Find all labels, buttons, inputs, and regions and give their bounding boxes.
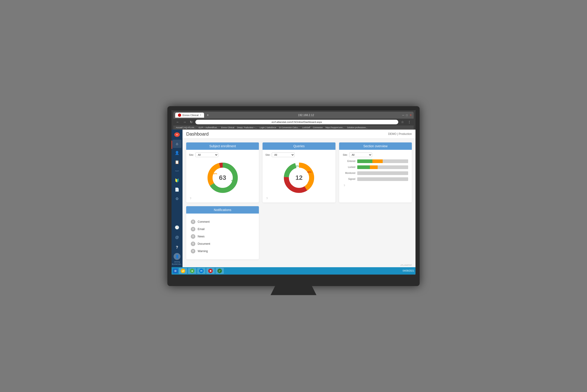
sidebar-item-files[interactable]: 📄 <box>173 186 181 194</box>
taskbar-explorer[interactable]: 📁 <box>179 268 187 274</box>
taskbar-outlook[interactable]: ✉ <box>197 268 205 274</box>
taskbar-green-icon: ✓ <box>217 268 222 273</box>
bookmark-connexion[interactable]: Connexion <box>312 126 324 129</box>
forward-button[interactable]: → <box>182 120 187 124</box>
windows-taskbar: ⊞ 📁 ● ✉ ■ ✓ 04/08/2021 <box>171 267 416 274</box>
section-label-signed: Signed <box>343 178 355 180</box>
menu-button[interactable]: ⋮ <box>407 120 412 124</box>
bookmark-si[interactable]: SI Conversion Calcu... <box>278 126 300 129</box>
close-button[interactable]: ✕ <box>410 114 412 117</box>
notification-item-comment[interactable]: 0 Comment <box>189 218 256 226</box>
window-ip: 192.168.2.12 <box>212 114 400 117</box>
restore-button[interactable]: □ <box>406 114 408 117</box>
section-row-entered: Entered <box>343 160 408 163</box>
taskbar-green-app[interactable]: ✓ <box>216 268 224 274</box>
section-site-select[interactable]: All <box>349 152 372 157</box>
taskbar-start-button[interactable]: ⊞ <box>173 268 178 273</box>
bookmark-lockself[interactable]: LockSelf <box>302 126 311 129</box>
browser-chrome: Ennov Clinical × + 192.168.2.12 ─ □ ✕ ← … <box>171 110 416 130</box>
sidebar: e ⌂ 👤 📋 〰 🔰 📄 ⚙ 🕐 @ ? 👤 Jeremy BLANCHA..… <box>171 130 182 267</box>
bookmark-deepl[interactable]: DeepL Traducteur –... <box>236 126 258 129</box>
bookmark-button[interactable]: ☆ <box>400 120 405 124</box>
page-header: Dashboard DEMO | Production <box>182 130 416 139</box>
minimize-button[interactable]: ─ <box>402 114 404 117</box>
queries-site-selector: Site: All <box>265 152 332 157</box>
tab-label: Ennov Clinical <box>182 114 199 116</box>
footer-brand: ATLANSTAT <box>400 264 412 266</box>
section-overview-card: Section overview Site: All Entered <box>339 142 412 202</box>
section-row-signed: Signed <box>343 177 408 181</box>
notification-label-document: Document <box>198 242 210 246</box>
svg-text:30%: 30% <box>213 172 217 175</box>
new-tab-button[interactable]: + <box>206 113 210 117</box>
section-site-label: Site: <box>343 154 348 156</box>
section-bar-entered-orange <box>372 160 383 163</box>
notification-item-document[interactable]: 0 Document <box>189 240 256 248</box>
logo-icon: e <box>174 132 180 137</box>
section-bar-entered-green <box>357 160 373 163</box>
section-bar-monitored <box>357 171 408 175</box>
sidebar-item-shield[interactable]: 🔰 <box>173 176 181 185</box>
subject-site-select[interactable]: All <box>195 152 218 157</box>
monitor-stand <box>271 286 316 295</box>
notifications-header: Notifications <box>186 206 259 214</box>
taskbar-clock: 04/08/2021 <box>403 270 414 272</box>
notification-item-news[interactable]: 0 News <box>189 233 256 240</box>
notification-list: 0 Comment 0 Email 0 News <box>189 216 256 257</box>
section-help-icon[interactable]: ? <box>343 183 408 187</box>
back-button[interactable]: ← <box>175 120 180 124</box>
notification-badge-warning: 0 <box>191 249 195 254</box>
taskbar-chrome[interactable]: ● <box>188 268 196 274</box>
sidebar-item-analytics[interactable]: 〰 <box>173 167 181 176</box>
sidebar-item-home[interactable]: ⌂ <box>173 140 181 148</box>
notification-badge-email: 0 <box>191 227 195 232</box>
sidebar-item-history[interactable]: 🕐 <box>173 223 181 232</box>
subject-enrollment-chart: 66% 30% 63 <box>189 160 256 196</box>
user-avatar[interactable]: 👤 <box>174 253 180 260</box>
notification-item-warning[interactable]: 0 Warning <box>189 248 256 255</box>
queries-help-icon[interactable]: ? <box>265 196 332 200</box>
bookmark-glpi[interactable]: GLPI – Authentificat... <box>198 126 219 129</box>
reload-button[interactable]: ↻ <box>189 120 193 124</box>
bookmark-solution[interactable]: Solution professionn... <box>346 126 368 129</box>
browser-tab[interactable]: Ennov Clinical × <box>175 112 204 118</box>
section-label-entered: Entered <box>343 160 355 162</box>
subject-enrollment-card: Subject enrollment Site: All <box>186 142 259 202</box>
section-label-monitored: Monitored <box>343 172 355 174</box>
taskbar-red-app[interactable]: ■ <box>206 268 215 274</box>
sidebar-item-users[interactable]: 👤 <box>173 149 181 157</box>
bookmark-salesforce[interactable]: Login | Salesforce <box>259 126 277 129</box>
sidebar-username: Jeremy BLANCHA... <box>171 261 182 265</box>
sidebar-item-help[interactable]: ? <box>173 243 181 252</box>
subject-enrollment-header: Subject enrollment <box>186 142 259 150</box>
browser-address-bar: ← → ↻ ☆ ⋮ <box>173 118 414 126</box>
section-overview-body: Site: All Entered <box>339 150 412 190</box>
subject-center-value: 63 <box>219 174 226 182</box>
queries-site-select[interactable]: All <box>272 152 295 157</box>
section-site-selector: Site: All <box>343 152 408 157</box>
section-bar-entered-gray <box>383 160 408 163</box>
app-container: e ⌂ 👤 📋 〰 🔰 📄 ⚙ 🕐 @ ? 👤 Jeremy BLANCHA..… <box>171 130 416 267</box>
bookmark-accueil[interactable]: Accueil | AQ ATLAN... <box>175 126 196 129</box>
app-footer: ATLANSTAT <box>182 263 416 267</box>
tab-favicon <box>178 114 181 117</box>
subject-help-icon[interactable]: ? <box>189 196 256 200</box>
tab-close-button[interactable]: × <box>200 114 201 116</box>
taskbar-red-icon: ■ <box>208 268 213 273</box>
bookmark-ennov[interactable]: Ennov Clinical <box>221 126 235 129</box>
sidebar-item-mention[interactable]: @ <box>173 233 181 242</box>
notification-label-email: Email <box>198 228 204 231</box>
section-bar-monitored-gray <box>357 171 408 175</box>
bookmark-support[interactable]: https://support.enn... <box>325 126 345 129</box>
address-bar[interactable] <box>195 120 398 124</box>
svg-text:66%: 66% <box>231 179 235 182</box>
notification-item-email[interactable]: 0 Email <box>189 226 256 233</box>
sidebar-item-settings[interactable]: ⚙ <box>173 195 181 203</box>
section-bar-locked-green <box>357 166 370 169</box>
sidebar-item-documents[interactable]: 📋 <box>173 158 181 166</box>
notification-label-news: News <box>198 235 204 238</box>
sidebar-bottom: 🕐 @ ? 👤 Jeremy BLANCHA... <box>171 223 182 265</box>
taskbar-chrome-icon: ● <box>190 268 194 273</box>
browser-bookmarks: Accueil | AQ ATLAN... GLPI – Authentific… <box>173 126 414 130</box>
taskbar-explorer-icon: 📁 <box>181 268 185 273</box>
